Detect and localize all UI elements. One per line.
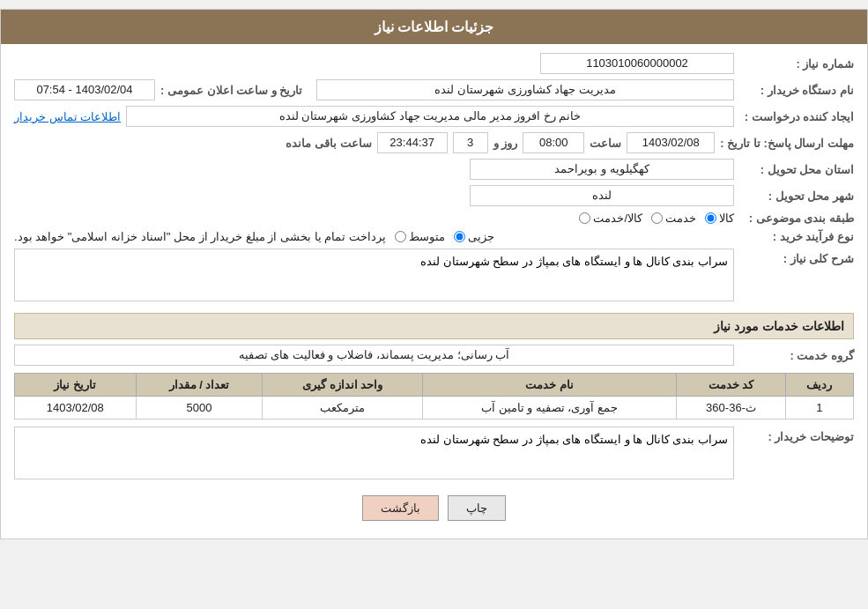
table-row: 1 ث-36-360 جمع آوری، تصفیه و تامین آب مت… <box>15 397 854 420</box>
category-kala-khadamat-radio[interactable] <box>579 212 590 224</box>
services-table: ردیف کد خدمت نام خدمت واحد اندازه گیری ت… <box>14 373 854 420</box>
category-label: طبقه بندی موضوعی : <box>739 212 854 225</box>
creator-label: ایجاد کننده درخواست : <box>739 110 854 123</box>
reply-time-label: ساعت <box>590 137 621 150</box>
buyer-org-label: نام دستگاه خریدار : <box>739 84 854 97</box>
col-row-num: ردیف <box>785 374 853 397</box>
reply-time: 08:00 <box>523 132 584 153</box>
reply-deadline-label: مهلت ارسال پاسخ: تا تاریخ : <box>720 137 854 150</box>
need-desc-label: شرح کلی نیاز : <box>739 249 854 265</box>
need-desc-textarea <box>14 249 734 301</box>
quantity: 5000 <box>136 397 263 420</box>
purchase-note-label: پرداخت تمام یا بخشی از مبلغ خریدار از مح… <box>14 230 386 243</box>
category-kala-khadamat-label: کالا/خدمت <box>593 212 642 225</box>
service-code: ث-36-360 <box>677 397 786 420</box>
city-value: لنده <box>470 185 734 206</box>
province-value: کهگیلویه و بویراحمد <box>470 159 734 180</box>
page-title: جزئیات اطلاعات نیاز <box>1 10 867 44</box>
need-date: 1403/02/08 <box>15 397 137 420</box>
purchase-motaset-radio[interactable] <box>395 231 406 242</box>
col-service-code: کد خدمت <box>677 374 786 397</box>
category-kala-label: کالا <box>719 212 734 225</box>
reply-date: 1403/02/08 <box>627 132 715 153</box>
buyer-desc-textarea <box>14 427 734 479</box>
remaining-time: 23:44:37 <box>377 132 448 153</box>
reply-days-label: روز و <box>493 137 518 150</box>
remaining-label: ساعت باقی مانده <box>286 137 371 150</box>
purchase-jozei-radio[interactable] <box>454 231 465 242</box>
creator-value: خانم رخ افروز مدیر مالی مدیریت جهاد کشاو… <box>126 106 734 127</box>
announcement-value: 1403/02/04 - 07:54 <box>14 79 155 100</box>
purchase-jozei-label: جزیی <box>468 230 494 243</box>
row-num: 1 <box>785 397 853 420</box>
need-number-value: 1103010060000002 <box>540 53 734 74</box>
city-label: شهر محل تحویل : <box>739 189 854 203</box>
col-quantity: تعداد / مقدار <box>136 374 263 397</box>
purchase-motaset-label: متوسط <box>409 230 445 243</box>
print-button[interactable]: چاپ <box>448 495 506 521</box>
col-service-name: نام خدمت <box>422 374 676 397</box>
province-label: استان محل تحویل : <box>739 163 854 176</box>
need-number-label: شماره نیاز : <box>739 57 854 71</box>
reply-days: 3 <box>453 132 488 153</box>
col-date: تاریخ نیاز <box>15 374 137 397</box>
category-khadamat-label: خدمت <box>665 212 696 225</box>
service-name: جمع آوری، تصفیه و تامین آب <box>422 397 676 420</box>
unit: مترمکعب <box>263 397 422 420</box>
buyer-org-value: مدیریت جهاد کشاورزی شهرستان لنده <box>316 79 734 100</box>
group-service-label: گروه خدمت : <box>739 349 854 362</box>
col-unit: واحد اندازه گیری <box>263 374 422 397</box>
services-section-header: اطلاعات خدمات مورد نیاز <box>14 313 854 339</box>
buyer-desc-label: توضیحات خریدار : <box>739 427 854 443</box>
category-kala-radio[interactable] <box>705 212 716 224</box>
purchase-type-label: نوع فرآیند خرید : <box>739 230 854 243</box>
contact-link[interactable]: اطلاعات تماس خریدار <box>14 110 121 123</box>
back-button[interactable]: بازگشت <box>362 495 439 521</box>
category-khadamat-radio[interactable] <box>651 212 663 224</box>
announcement-label: تاریخ و ساعت اعلان عمومی : <box>160 84 302 97</box>
group-service-value: آب رسانی؛ مدیریت پسماند، فاضلاب و فعالیت… <box>14 345 734 366</box>
